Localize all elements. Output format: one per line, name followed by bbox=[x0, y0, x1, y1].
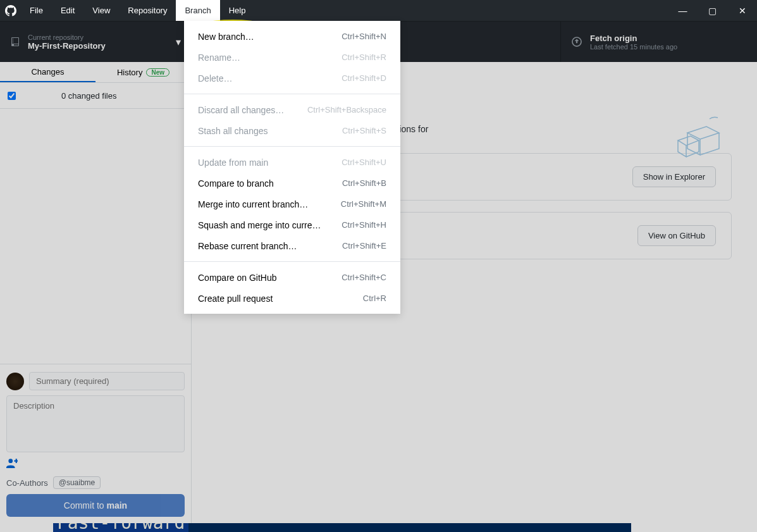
chevron-down-icon: ▾ bbox=[176, 36, 181, 48]
menu-item-shortcut: Ctrl+Shift+S bbox=[342, 126, 386, 135]
menu-item-label: Stash all changes bbox=[198, 126, 342, 136]
fetch-time: Last fetched 15 minutes ago bbox=[590, 43, 677, 51]
menu-item-label: Squash and merge into curre… bbox=[198, 220, 342, 230]
avatar bbox=[6, 373, 24, 390]
menu-item-rename: Rename…Ctrl+Shift+R bbox=[184, 47, 400, 68]
coauthors-label: Co-Authors bbox=[6, 478, 48, 488]
menu-item-label: Update from main bbox=[198, 158, 342, 168]
commit-area: Co-Authors @suaibme Commit to main bbox=[0, 364, 191, 524]
menu-item-shortcut: Ctrl+Shift+Backspace bbox=[307, 105, 386, 114]
menu-help[interactable]: Help bbox=[220, 0, 255, 21]
close-button[interactable]: ✕ bbox=[727, 0, 757, 21]
menu-item-label: Rename… bbox=[198, 53, 342, 63]
fetch-label: Fetch origin bbox=[590, 34, 677, 43]
menu-item-shortcut: Ctrl+Shift+B bbox=[342, 178, 386, 188]
summary-input[interactable] bbox=[29, 372, 185, 390]
sidebar: Changes HistoryNew 0 changed files Co-Au… bbox=[0, 62, 192, 524]
coauthor-tag[interactable]: @suaibme bbox=[53, 476, 101, 489]
menu-item-compare-on-github[interactable]: Compare on GitHubCtrl+Shift+C bbox=[184, 267, 400, 288]
badge-new: New bbox=[146, 68, 169, 77]
github-logo-icon bbox=[0, 0, 21, 21]
changes-count: 0 changed files bbox=[61, 91, 116, 101]
tab-changes[interactable]: Changes bbox=[0, 62, 95, 82]
menu-file[interactable]: File bbox=[21, 0, 52, 21]
current-repository-selector[interactable]: Current repository My-First-Repository ▾ bbox=[0, 22, 192, 62]
commit-button[interactable]: Commit to main bbox=[6, 494, 185, 517]
menu-item-merge-into-current-branch[interactable]: Merge into current branch…Ctrl+Shift+M bbox=[184, 194, 400, 214]
menu-item-update-from-main: Update from mainCtrl+Shift+U bbox=[184, 152, 400, 173]
menu-item-squash-and-merge-into-curre[interactable]: Squash and merge into curre…Ctrl+Shift+H bbox=[184, 214, 400, 235]
show-in-explorer-button[interactable]: Show in Explorer bbox=[632, 166, 716, 187]
menubar-items: FileEditViewRepositoryBranchHelp bbox=[21, 0, 254, 21]
menu-item-stash-all-changes: Stash all changesCtrl+Shift+S bbox=[184, 120, 400, 141]
menu-item-label: Rebase current branch… bbox=[198, 241, 342, 251]
menu-view[interactable]: View bbox=[83, 0, 119, 21]
menubar: FileEditViewRepositoryBranchHelp — ▢ ✕ bbox=[0, 0, 757, 21]
changes-list bbox=[0, 109, 191, 364]
menu-item-label: Discard all changes… bbox=[198, 105, 307, 115]
menu-item-shortcut: Ctrl+Shift+R bbox=[342, 53, 386, 62]
tab-history[interactable]: HistoryNew bbox=[95, 62, 191, 82]
select-all-checkbox[interactable] bbox=[8, 92, 16, 100]
menu-item-discard-all-changes: Discard all changes…Ctrl+Shift+Backspace bbox=[184, 99, 400, 120]
menu-branch[interactable]: Branch bbox=[176, 0, 219, 21]
menu-item-shortcut: Ctrl+Shift+U bbox=[342, 158, 386, 167]
sidebar-tabs: Changes HistoryNew bbox=[0, 62, 191, 83]
menu-edit[interactable]: Edit bbox=[52, 0, 83, 21]
menu-item-label: New branch… bbox=[198, 32, 342, 42]
menu-item-label: Compare on GitHub bbox=[198, 273, 342, 283]
menu-item-label: Compare to branch bbox=[198, 178, 342, 189]
terminal-fragment: Fast-forward bbox=[53, 523, 631, 532]
fetch-origin-button[interactable]: Fetch origin Last fetched 15 minutes ago bbox=[561, 22, 757, 62]
menu-item-shortcut: Ctrl+R bbox=[363, 294, 386, 303]
menu-repository[interactable]: Repository bbox=[119, 0, 176, 21]
menu-item-label: Merge into current branch… bbox=[198, 199, 341, 209]
changes-header: 0 changed files bbox=[0, 83, 191, 109]
repo-name: My-First-Repository bbox=[28, 41, 106, 51]
boxes-illustration-icon bbox=[649, 114, 725, 164]
menu-item-label: Create pull request bbox=[198, 294, 363, 304]
repo-label: Current repository bbox=[28, 34, 106, 41]
menu-item-shortcut: Ctrl+Shift+D bbox=[342, 73, 386, 83]
menu-item-new-branch[interactable]: New branch…Ctrl+Shift+N bbox=[184, 26, 400, 47]
menu-item-create-pull-request[interactable]: Create pull requestCtrl+R bbox=[184, 288, 400, 309]
menu-item-label: Delete… bbox=[198, 73, 342, 84]
maximize-button[interactable]: ▢ bbox=[698, 0, 727, 21]
view-on-github-button[interactable]: View on GitHub bbox=[637, 225, 716, 246]
menu-item-shortcut: Ctrl+Shift+C bbox=[342, 273, 386, 282]
menu-item-rebase-current-branch[interactable]: Rebase current branch…Ctrl+Shift+E bbox=[184, 235, 400, 256]
branch-dropdown-menu: New branch…Ctrl+Shift+NRename…Ctrl+Shift… bbox=[184, 21, 400, 314]
menu-item-shortcut: Ctrl+Shift+N bbox=[342, 32, 386, 41]
menu-item-shortcut: Ctrl+Shift+H bbox=[342, 220, 386, 230]
menu-item-delete: Delete…Ctrl+Shift+D bbox=[184, 68, 400, 89]
description-input[interactable] bbox=[6, 395, 185, 452]
menu-item-compare-to-branch[interactable]: Compare to branchCtrl+Shift+B bbox=[184, 173, 400, 194]
menu-item-shortcut: Ctrl+Shift+E bbox=[342, 241, 386, 251]
minimize-button[interactable]: — bbox=[668, 0, 698, 21]
window-controls: — ▢ ✕ bbox=[668, 0, 757, 21]
menu-item-shortcut: Ctrl+Shift+M bbox=[341, 199, 386, 209]
add-coauthor-icon[interactable] bbox=[6, 457, 185, 471]
coauthors-row: Co-Authors @suaibme bbox=[6, 476, 185, 489]
